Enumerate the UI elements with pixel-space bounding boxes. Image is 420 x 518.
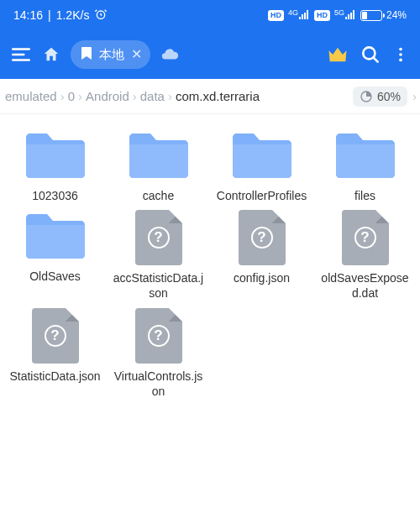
- location-tab[interactable]: 本地 ✕: [71, 40, 150, 69]
- folder-item[interactable]: ControllerProfiles: [212, 129, 312, 203]
- item-label: 1023036: [32, 188, 78, 203]
- crumb-current[interactable]: com.xd.terraria: [174, 89, 261, 103]
- folder-item[interactable]: OldSaves: [5, 210, 105, 301]
- home-icon[interactable]: [42, 45, 60, 64]
- item-label: ControllerProfiles: [217, 188, 307, 203]
- battery-icon: [360, 10, 382, 21]
- item-label: accStatisticData.json: [113, 270, 205, 301]
- chevron-right-icon: ›: [133, 89, 137, 103]
- item-label: OldSaves: [29, 269, 81, 284]
- item-label: oldSavesExposed.dat: [319, 270, 412, 301]
- battery-pct: 24%: [386, 9, 407, 21]
- crumb[interactable]: 0: [66, 89, 76, 103]
- folder-icon: [229, 129, 295, 183]
- alarm-icon: [94, 8, 108, 24]
- folder-item[interactable]: cache: [108, 129, 208, 203]
- chevron-right-icon: ›: [60, 89, 65, 103]
- folder-icon: [23, 129, 88, 183]
- storage-indicator[interactable]: 60%: [353, 86, 407, 107]
- folder-icon: [126, 129, 192, 183]
- status-net-speed: 1.2K/s: [56, 8, 90, 22]
- file-grid: 1023036 cache ControllerProfiles files O…: [0, 114, 420, 399]
- item-label: files: [354, 188, 375, 203]
- item-label: VirtualControls.json: [113, 369, 205, 399]
- item-label: cache: [143, 188, 174, 203]
- status-bar: 14:16 | 1.2K/s HD 4G HD 5G 24%: [0, 0, 420, 30]
- svg-point-2: [399, 48, 402, 51]
- file-item[interactable]: ? accStatisticData.json: [108, 210, 208, 301]
- item-label: StatisticData.json: [9, 369, 100, 384]
- tab-label: 本地: [99, 47, 124, 63]
- status-time: 14:16: [13, 8, 43, 22]
- net2-label: 5G: [334, 8, 356, 22]
- menu-icon[interactable]: [10, 44, 32, 65]
- file-item[interactable]: ? oldSavesExposed.dat: [315, 210, 415, 301]
- folder-icon: [333, 129, 398, 183]
- crumb[interactable]: Android: [84, 89, 131, 103]
- chevron-right-icon: ›: [168, 89, 172, 103]
- folder-item[interactable]: files: [315, 129, 415, 203]
- chevron-right-icon: ›: [78, 89, 82, 103]
- chevron-right-icon: ›: [412, 89, 417, 103]
- file-item[interactable]: ? config.json: [212, 210, 312, 301]
- file-icon: ?: [135, 210, 182, 265]
- crown-icon[interactable]: [326, 43, 349, 66]
- file-item[interactable]: ? VirtualControls.json: [108, 308, 208, 399]
- net1-label: 4G: [288, 8, 310, 22]
- file-icon: ?: [135, 308, 182, 364]
- close-icon[interactable]: ✕: [131, 48, 142, 61]
- toolbar: 本地 ✕: [0, 30, 420, 79]
- hd-badge: HD: [268, 10, 284, 21]
- pie-icon: [360, 90, 373, 103]
- crumb[interactable]: emulated: [3, 89, 59, 103]
- svg-point-3: [399, 53, 402, 56]
- svg-point-4: [399, 59, 402, 62]
- item-label: config.json: [234, 270, 290, 285]
- more-icon[interactable]: [391, 45, 410, 64]
- file-item[interactable]: ? StatisticData.json: [5, 308, 105, 399]
- cloud-icon[interactable]: [160, 45, 179, 64]
- folder-icon: [23, 210, 88, 264]
- crumb[interactable]: data: [139, 89, 166, 103]
- breadcrumb: emulated › 0 › Android › data › com.xd.t…: [0, 79, 420, 114]
- search-icon[interactable]: [360, 44, 381, 65]
- bookmark-icon: [81, 47, 92, 63]
- file-icon: ?: [32, 308, 79, 364]
- file-icon: ?: [342, 210, 389, 265]
- hd-badge-2: HD: [314, 10, 330, 21]
- file-icon: ?: [239, 210, 286, 265]
- folder-item[interactable]: 1023036: [5, 129, 105, 203]
